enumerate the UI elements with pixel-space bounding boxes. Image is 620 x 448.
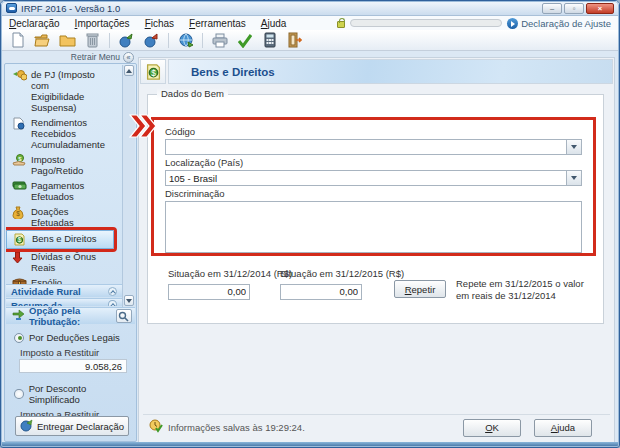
- chevron-down-icon[interactable]: [566, 171, 581, 185]
- localizacao-input[interactable]: [166, 171, 566, 185]
- treasure-chest-icon: [12, 277, 27, 284]
- toolbar-separator: [109, 33, 110, 48]
- situacao-2015-input[interactable]: [280, 284, 362, 300]
- chevron-down-icon[interactable]: [566, 140, 581, 154]
- backup-globe-icon[interactable]: [177, 32, 194, 49]
- close-button[interactable]: ×: [586, 3, 614, 14]
- toolbar-separator: [168, 33, 169, 48]
- app-window: IRPF 2016 - Versão 1.0 – ▫ × Declaração …: [0, 0, 620, 448]
- radio-deducoes-legais[interactable]: [14, 333, 24, 343]
- new-document-icon[interactable]: [9, 32, 26, 49]
- sidebar-item-bens-e-direitos[interactable]: $ Bens e Direitos: [6, 230, 114, 249]
- printer-icon[interactable]: [211, 32, 228, 49]
- svg-text:$: $: [151, 67, 156, 77]
- sidebar-scrollbar[interactable]: [122, 65, 135, 308]
- declaration-type-icon: [507, 18, 518, 29]
- svg-text:$: $: [18, 236, 22, 243]
- completion-progress-bar: [350, 19, 502, 27]
- status-text: Informações salvas às 19:29:24.: [168, 422, 305, 433]
- trash-icon[interactable]: [84, 32, 101, 49]
- ok-button[interactable]: OK: [463, 419, 521, 437]
- ajuda-button[interactable]: Ajuda: [534, 419, 592, 437]
- codigo-input[interactable]: [166, 140, 566, 154]
- situacao-row: Situação em 31/12/2014 (R$) Situação em …: [168, 268, 595, 302]
- tax-option-title: Opção pela Tributação:: [29, 305, 113, 327]
- collapse-menu-label: Retrair Menu: [71, 52, 120, 62]
- scroll-up-button[interactable]: [124, 65, 134, 76]
- toolbar: [2, 30, 618, 51]
- menu-ajuda[interactable]: Ajuda: [261, 18, 287, 29]
- imposto-restituir-value-1: 9.058,26: [19, 359, 127, 373]
- transmit-declaration-icon[interactable]: [118, 32, 135, 49]
- menu-bar: Declaração Importações Fichas Ferramenta…: [2, 16, 618, 30]
- repetir-hint: Repete em 31/12/2015 o valor em reais de…: [456, 278, 584, 302]
- imposto-restituir-label-1: Imposto a Restituir: [20, 347, 135, 358]
- situacao-2014-label: Situação em 31/12/2014 (R$): [168, 268, 272, 279]
- tax-option-arrows-icon: [12, 309, 26, 323]
- receive-declaration-icon[interactable]: [143, 32, 160, 49]
- content-area: Retrair Menu « de PJ (Imposto com Exigib…: [2, 51, 618, 447]
- situacao-2014-input[interactable]: [168, 284, 250, 300]
- localizacao-label: Localização (País): [165, 157, 582, 168]
- collapse-menu-row: Retrair Menu «: [2, 51, 137, 63]
- annotation-red-box: Código Localização (País) Discriminação: [151, 117, 596, 256]
- app-logo-icon: [6, 3, 17, 13]
- sidebar-item-doacoes-efetuadas[interactable]: $ Doações Efetuadas: [6, 204, 114, 230]
- main-footer: Informações salvas às 19:29:24. OK Ajuda: [143, 414, 610, 440]
- discriminacao-label: Discriminação: [165, 188, 582, 199]
- menu-importacoes[interactable]: Importações: [75, 18, 130, 29]
- calculator-icon[interactable]: [261, 32, 278, 49]
- window-title: IRPF 2016 - Versão 1.0: [21, 3, 120, 14]
- saved-clock-icon: [149, 419, 163, 437]
- exit-icon[interactable]: [286, 32, 303, 49]
- hand-coin-icon: $: [12, 154, 27, 167]
- folder-icon[interactable]: [59, 32, 76, 49]
- option-desconto-simplificado[interactable]: Por Desconto Simplificado: [14, 383, 135, 405]
- scroll-down-button[interactable]: [124, 295, 134, 306]
- declaration-type: Declaração de Ajuste: [507, 18, 611, 29]
- window-bottom-frame: [1, 442, 619, 447]
- svg-text:$: $: [16, 210, 20, 217]
- sidebar-item-de-pj[interactable]: de PJ (Imposto com Exigibilidade Suspens…: [6, 67, 114, 115]
- section-atividade-rural[interactable]: Atividade Rural: [6, 284, 122, 297]
- sidebar-nav: de PJ (Imposto com Exigibilidade Suspens…: [6, 65, 122, 284]
- sidebar-item-rendimentos-acumulados[interactable]: Rendimentos Recebidos Acumuladamente: [6, 115, 114, 152]
- menu-declaracao[interactable]: Declaração: [9, 18, 60, 29]
- minimize-button[interactable]: –: [542, 3, 562, 14]
- open-folder-icon[interactable]: [34, 32, 51, 49]
- entregar-declaracao-button[interactable]: Entregar Declaração: [15, 416, 129, 436]
- declaration-type-label: Declaração de Ajuste: [521, 18, 611, 29]
- menu-fichas[interactable]: Fichas: [145, 18, 174, 29]
- menu-ferramentas[interactable]: Ferramentas: [189, 18, 246, 29]
- sidebar: de PJ (Imposto com Exigibilidade Suspens…: [4, 63, 137, 442]
- section-opcao-tributacao: Opção pela Tributação:: [6, 307, 135, 324]
- annotation-chevrons-icon: [129, 112, 156, 144]
- asset-note-icon: $: [13, 233, 28, 246]
- collapse-menu-button[interactable]: «: [123, 52, 134, 63]
- title-bar: IRPF 2016 - Versão 1.0 – ▫ ×: [1, 1, 619, 16]
- document-badge-icon: [12, 117, 27, 130]
- verify-check-icon[interactable]: [236, 32, 253, 49]
- collapse-section-icon[interactable]: [108, 287, 117, 296]
- codigo-label: Código: [165, 126, 582, 137]
- situacao-2015-label: Situação em 31/12/2015 (R$): [280, 268, 384, 279]
- coins-arrow-icon: [12, 69, 27, 82]
- page-title: Bens e Direitos: [168, 59, 613, 84]
- codigo-combobox[interactable]: [165, 139, 582, 155]
- bens-direitos-header-icon: $: [140, 59, 166, 84]
- main-header: $ Bens e Direitos: [140, 59, 613, 84]
- repetir-button[interactable]: Repetir: [394, 280, 446, 298]
- lock-icon: [337, 21, 345, 28]
- discriminacao-textarea[interactable]: [165, 201, 582, 253]
- localizacao-combobox[interactable]: [165, 170, 582, 186]
- maximize-button[interactable]: ▫: [564, 3, 584, 14]
- submit-globe-icon: [20, 419, 33, 434]
- main-panel: $ Bens e Direitos Dados do Bem Código Lo…: [138, 57, 615, 444]
- option-deducoes-legais[interactable]: Por Deduções Legais: [14, 332, 135, 343]
- sidebar-item-espolio[interactable]: Espólio: [6, 275, 114, 284]
- radio-desconto-simplificado[interactable]: [14, 389, 24, 399]
- magnifier-button[interactable]: [116, 309, 132, 323]
- sidebar-item-dividas-onus[interactable]: Dívidas e Ônus Reais: [6, 249, 114, 275]
- sidebar-item-imposto-pago-retido[interactable]: $ Imposto Pago/Retido: [6, 152, 114, 178]
- sidebar-item-pagamentos-efetuados[interactable]: Pagamentos Efetuados: [6, 178, 114, 204]
